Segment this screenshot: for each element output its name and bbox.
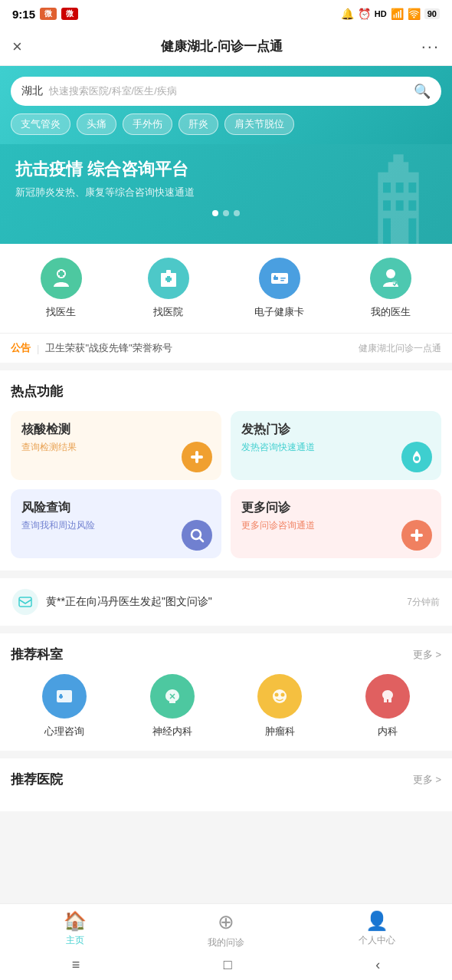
menu-button[interactable]: ≡: [72, 957, 80, 973]
my-doctor-label: 我的医生: [371, 305, 411, 319]
status-bar: 9:15 微 微 🔔 ⏰ HD 📶 🛜 90: [0, 0, 452, 28]
close-button[interactable]: ×: [12, 37, 22, 57]
feed-icon: [12, 589, 38, 615]
fever-icon: [401, 442, 432, 472]
search-tag-4[interactable]: 肩关节脱位: [224, 113, 294, 135]
svg-rect-4: [396, 183, 404, 192]
hot-card-more[interactable]: 更多问诊 更多问诊咨询通道: [231, 489, 441, 558]
status-time: 9:15: [12, 8, 35, 21]
neurology-label: 神经内科: [152, 725, 192, 738]
hot-card-nucleic[interactable]: 核酸检测 查询检测结果: [11, 411, 221, 480]
svg-point-24: [386, 269, 395, 278]
tab-home[interactable]: 🏠 主页: [48, 910, 102, 949]
hot-features-title: 热点功能: [11, 383, 63, 400]
health-card-label: 电子健康卡: [254, 305, 304, 319]
nucleic-icon: [182, 442, 212, 472]
my-doctor-icon: [370, 258, 411, 299]
search-bar[interactable]: 湖北 快速搜索医院/科室/医生/疾病 🔍: [11, 77, 441, 106]
departments-title: 推荐科室: [11, 646, 63, 663]
find-doctor-icon: [41, 258, 82, 299]
psychology-label: 心理咨询: [44, 725, 84, 738]
tab-consultation[interactable]: ⊕ 我的问诊: [199, 910, 253, 949]
svg-rect-20: [280, 278, 286, 279]
hospitals-header: 推荐医院 更多 >: [11, 771, 441, 788]
svg-rect-21: [280, 280, 284, 281]
search-tags: 支气管炎头痛手外伤肝炎肩关节脱位: [11, 106, 441, 144]
nav-find-hospital[interactable]: 找医院: [148, 258, 189, 319]
search-icon[interactable]: 🔍: [414, 83, 431, 100]
hot-card-fever-title: 发热门诊: [241, 422, 431, 438]
search-tag-1[interactable]: 头痛: [77, 113, 116, 135]
find-doctor-label: 找医生: [46, 305, 76, 319]
svg-point-28: [414, 456, 419, 461]
svg-rect-23: [273, 277, 277, 278]
search-placeholder[interactable]: 快速搜索医院/科室/医生/疾病: [49, 84, 408, 98]
dot-3[interactable]: [234, 210, 240, 216]
feed-text: 黄**正在向冯丹医生发起"图文问诊": [46, 595, 399, 609]
svg-point-39: [273, 689, 287, 703]
svg-line-30: [200, 538, 204, 542]
hot-features-section: 热点功能 核酸检测 查询检测结果 发热门诊 发热咨询快速通道: [0, 370, 452, 571]
tab-profile[interactable]: 👤 个人中心: [350, 910, 404, 949]
svg-rect-13: [58, 272, 64, 275]
back-button[interactable]: ‹: [375, 957, 380, 973]
svg-rect-15: [166, 270, 171, 275]
app-icon-1: 微: [40, 8, 57, 20]
system-nav-bar: ≡ □ ‹: [0, 952, 452, 980]
svg-rect-33: [19, 597, 31, 607]
search-section: 湖北 快速搜索医院/科室/医生/疾病 🔍 支气管炎头痛手外伤肝炎肩关节脱位: [0, 66, 452, 144]
region-selector[interactable]: 湖北: [21, 84, 43, 98]
hot-card-fever[interactable]: 发热门诊 发热咨询快速通道: [231, 411, 441, 480]
hot-features-header: 热点功能: [11, 383, 441, 400]
more-menu-button[interactable]: ···: [421, 37, 440, 57]
svg-rect-8: [408, 200, 416, 210]
home-icon: 🏠: [64, 910, 87, 932]
dot-1[interactable]: [212, 210, 218, 216]
internal-icon: [365, 674, 410, 719]
hd-label: HD: [375, 9, 387, 18]
svg-rect-9: [383, 219, 391, 244]
status-left: 9:15 微 微: [12, 8, 78, 21]
nav-find-doctor[interactable]: 找医生: [41, 258, 82, 319]
dot-2[interactable]: [223, 210, 229, 216]
alarm-icon: ⏰: [358, 8, 371, 20]
nav-health-card[interactable]: 电子健康卡: [254, 258, 304, 319]
notification-icon: 🔔: [341, 8, 354, 20]
hot-card-risk-title: 风险查询: [21, 500, 211, 516]
dept-neurology[interactable]: 神经内科: [150, 674, 195, 738]
hero-banner[interactable]: 抗击疫情 综合咨询平台 新冠肺炎发热、康复等综合咨询快速通道: [0, 144, 452, 244]
dept-internal[interactable]: 内科: [365, 674, 410, 738]
hot-features-grid: 核酸检测 查询检测结果 发热门诊 发热咨询快速通道: [11, 411, 441, 558]
svg-rect-17: [165, 278, 172, 281]
announcement-text: 卫生荣获"战疫先锋"荣誉称号: [45, 341, 352, 355]
hospitals-title: 推荐医院: [11, 771, 63, 788]
dept-oncology[interactable]: 肿瘤科: [257, 674, 302, 738]
announcement-badge: 公告: [11, 341, 31, 355]
search-tag-0[interactable]: 支气管炎: [11, 113, 70, 135]
more-icon: [401, 520, 432, 551]
consultation-label: 我的问诊: [208, 936, 244, 949]
consultation-icon: ⊕: [218, 910, 234, 934]
svg-rect-27: [191, 455, 203, 459]
oncology-label: 肿瘤科: [265, 725, 295, 738]
signal-icon: 📶: [391, 8, 404, 20]
banner-decoration: [337, 152, 452, 244]
oncology-icon: [257, 674, 302, 719]
svg-rect-32: [411, 534, 423, 537]
neurology-icon: [150, 674, 195, 719]
app-header: × 健康湖北-问诊一点通 ···: [0, 28, 452, 66]
departments-more[interactable]: 更多 >: [413, 648, 441, 662]
search-tag-3[interactable]: 肝炎: [179, 113, 218, 135]
dept-psychology[interactable]: 心理咨询: [42, 674, 87, 738]
search-tag-2[interactable]: 手外伤: [123, 113, 172, 135]
svg-rect-36: [59, 696, 63, 698]
hot-card-risk[interactable]: 风险查询 查询我和周边风险: [11, 489, 221, 558]
nav-my-doctor[interactable]: 我的医生: [370, 258, 411, 319]
battery-icon: 90: [424, 8, 440, 19]
hot-card-nucleic-title: 核酸检测: [21, 422, 211, 438]
find-hospital-label: 找医院: [153, 305, 183, 319]
announcement-bar: 公告 | 卫生荣获"战疫先锋"荣誉称号 健康湖北问诊一点通: [0, 333, 452, 363]
home-button[interactable]: □: [224, 957, 232, 973]
health-card-icon: [259, 258, 300, 299]
hospitals-more[interactable]: 更多 >: [413, 773, 441, 787]
